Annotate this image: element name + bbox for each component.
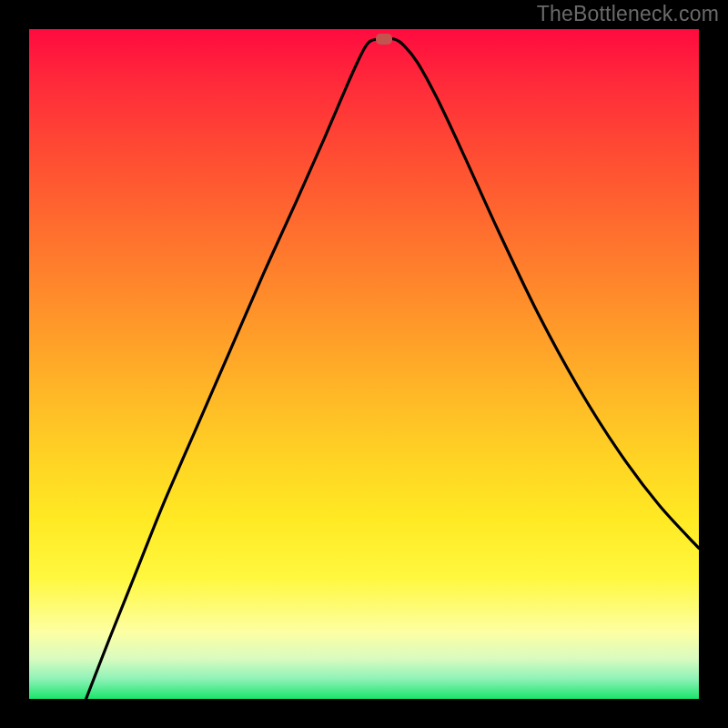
watermark-label: TheBottleneck.com (537, 2, 719, 26)
chart-stage: TheBottleneck.com (0, 0, 728, 728)
plot-area (29, 29, 699, 699)
bottleneck-curve-path (86, 38, 699, 699)
optimal-point-marker (376, 34, 392, 45)
bottleneck-curve (29, 29, 699, 699)
